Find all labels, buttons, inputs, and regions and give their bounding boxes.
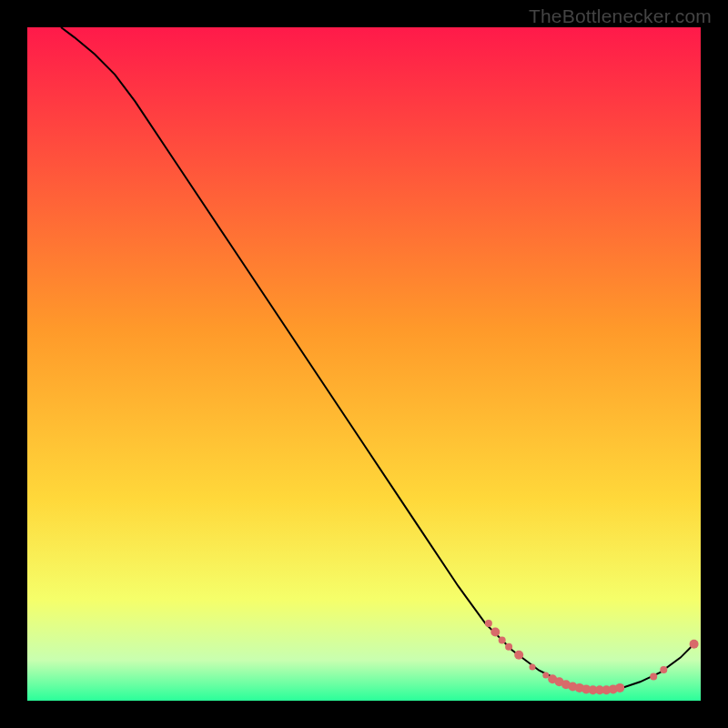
curve-marker [542,672,549,678]
curve-marker [505,643,512,651]
curve-marker [485,620,492,627]
curve-marker [690,640,699,649]
curve-marker [660,666,667,673]
chart-background [27,27,701,701]
watermark-text: TheBottlenecker.com [529,5,712,27]
chart-frame: TheBottlenecker.com [0,0,728,728]
curve-marker [650,672,657,680]
chart-svg [27,27,701,701]
curve-marker [514,651,523,660]
curve-marker [530,664,536,671]
curve-marker [615,683,624,693]
curve-marker [499,636,506,643]
curve-marker [490,628,500,637]
chart-plot-area [27,27,701,701]
